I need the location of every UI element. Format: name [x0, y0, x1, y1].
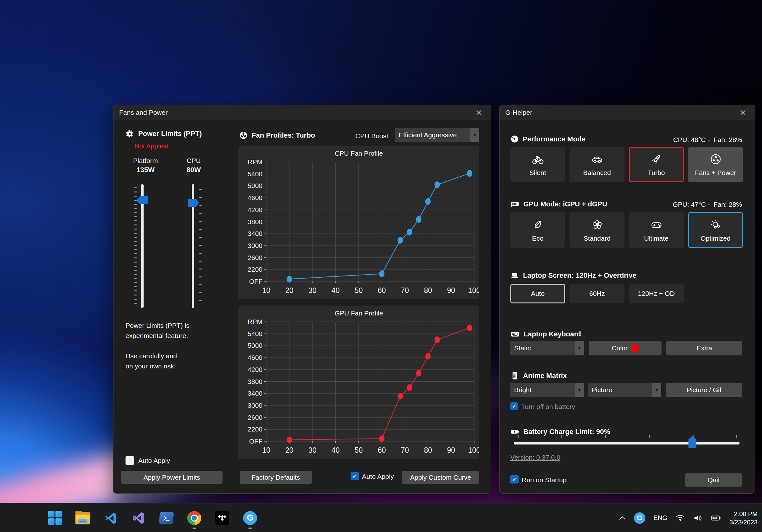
- quit-button[interactable]: Quit: [685, 473, 742, 487]
- battery-slider-ticks: [518, 435, 738, 438]
- flower-icon: [590, 218, 604, 231]
- keyboard-mode-dropdown[interactable]: Static: [510, 341, 584, 355]
- anime-brightness-dropdown[interactable]: Bright: [510, 383, 584, 397]
- svg-text:3400: 3400: [248, 390, 263, 397]
- laptop-keyboard-heading: Laptop Keyboard: [510, 330, 581, 339]
- gpu-fan-chart[interactable]: GPU Fan Profile102030405060708090100OFF2…: [238, 306, 479, 459]
- tray-g-helper-icon[interactable]: G: [634, 512, 646, 524]
- clock[interactable]: 2:00 PM 3/23/2023: [729, 510, 758, 526]
- running-indicator: [193, 528, 196, 529]
- close-icon[interactable]: [738, 108, 748, 117]
- svg-text:OFF: OFF: [249, 437, 263, 445]
- cpu-boost-value: Efficient Aggressive: [395, 131, 470, 139]
- screen-button-auto[interactable]: Auto: [510, 284, 565, 303]
- svg-text:10: 10: [262, 286, 270, 294]
- svg-text:100: 100: [468, 446, 479, 454]
- platform-slider-ticks: [134, 188, 137, 307]
- platform-label: Platform: [125, 157, 166, 165]
- power-limits-heading: Power Limits (PPT): [125, 129, 201, 138]
- bicycle-icon: [531, 153, 545, 166]
- chevron-down-icon[interactable]: [575, 383, 584, 397]
- mode-button-turbo[interactable]: Turbo: [629, 147, 684, 182]
- tray-chevron-up-icon[interactable]: [619, 516, 626, 520]
- svg-text:80: 80: [424, 446, 432, 454]
- language-indicator[interactable]: ENG: [653, 514, 667, 521]
- leaf-icon: [531, 218, 545, 231]
- battery-tray-icon[interactable]: [711, 514, 721, 522]
- svg-text:40: 40: [332, 446, 340, 454]
- curve-auto-apply-checkbox[interactable]: [350, 472, 359, 480]
- vscode-icon[interactable]: [103, 511, 118, 525]
- gauge-icon: [510, 135, 519, 143]
- chevron-down-icon[interactable]: [575, 341, 584, 355]
- battery-slider-track[interactable]: [514, 442, 739, 444]
- svg-text:2600: 2600: [248, 254, 263, 261]
- mode-button-balanced[interactable]: Balanced: [570, 147, 624, 182]
- svg-text:2200: 2200: [248, 266, 263, 273]
- power-auto-apply-label: Auto Apply: [138, 457, 170, 465]
- visual-studio-icon[interactable]: [131, 511, 146, 525]
- anime-mode-dropdown[interactable]: Picture: [588, 383, 661, 397]
- screen-button-60hz[interactable]: 60Hz: [570, 284, 624, 303]
- svg-text:RPM: RPM: [248, 158, 263, 166]
- factory-defaults-button[interactable]: Factory Defaults: [240, 471, 312, 484]
- keyboard-color-button[interactable]: Color: [589, 341, 661, 355]
- svg-text:90: 90: [447, 446, 455, 454]
- file-explorer-icon[interactable]: [75, 511, 90, 525]
- laptop-screen-heading: Laptop Screen: 120Hz + Overdrive: [510, 271, 637, 280]
- mode-button-silent[interactable]: Silent: [510, 147, 565, 182]
- anime-picture-gif-button[interactable]: Picture / Gif: [666, 383, 742, 397]
- cpu-boost-dropdown[interactable]: Efficient Aggressive: [395, 128, 479, 142]
- svg-text:4200: 4200: [248, 366, 263, 373]
- screen-button-120hz-od[interactable]: 120Hz + OD: [629, 284, 684, 303]
- cpu-fan-chart-panel: CPU Fan Profile102030405060708090100OFF2…: [238, 146, 479, 299]
- anime-battery-checkbox[interactable]: [510, 402, 518, 410]
- run-on-startup-label: Run on Startup: [522, 476, 567, 484]
- fans-and-power-window: Fans and Power Power Limits (PPT) Not Ap…: [113, 105, 491, 494]
- fans-window-titlebar[interactable]: Fans and Power: [114, 105, 491, 120]
- svg-text:100: 100: [468, 286, 479, 294]
- apply-custom-curve-button[interactable]: Apply Custom Curve: [402, 471, 479, 484]
- svg-text:5400: 5400: [248, 170, 263, 178]
- svg-text:10: 10: [262, 446, 270, 454]
- svg-text:30: 30: [308, 286, 317, 294]
- speaker-icon[interactable]: [693, 514, 703, 522]
- battery-heading: Battery Charge Limit: 90%: [510, 427, 610, 436]
- anime-brightness-value: Bright: [510, 386, 575, 394]
- mode-button-fans-power[interactable]: Fans + Power: [688, 147, 743, 182]
- mode-button-standard[interactable]: Standard: [570, 212, 624, 248]
- apply-power-limits-button[interactable]: Apply Power Limits: [121, 471, 222, 484]
- mode-button-ultimate[interactable]: Ultimate: [629, 212, 684, 248]
- mode-button-optimized[interactable]: Optimized: [688, 212, 743, 248]
- svg-text:70: 70: [401, 446, 409, 454]
- start-icon[interactable]: [47, 511, 62, 525]
- run-on-startup-checkbox[interactable]: [510, 475, 519, 484]
- svg-text:5400: 5400: [248, 330, 263, 337]
- tidal-icon[interactable]: [215, 511, 229, 525]
- power-auto-apply-checkbox[interactable]: [125, 456, 134, 465]
- svg-text:30: 30: [308, 446, 317, 454]
- mode-button-eco[interactable]: Eco: [510, 212, 565, 248]
- ghelper-titlebar[interactable]: G-Helper: [499, 105, 755, 120]
- chevron-down-icon[interactable]: [652, 383, 661, 397]
- svg-text:3400: 3400: [248, 230, 263, 237]
- platform-slider-thumb[interactable]: [136, 196, 148, 204]
- svg-text:40: 40: [332, 286, 340, 294]
- keyboard-mode-value: Static: [510, 344, 575, 352]
- chevron-down-icon[interactable]: [470, 128, 479, 142]
- svg-text:4200: 4200: [248, 206, 263, 213]
- anime-battery-label: Turn off on battery: [521, 403, 575, 411]
- svg-text:50: 50: [355, 286, 363, 294]
- cpu-fan-chart[interactable]: CPU Fan Profile102030405060708090100OFF2…: [238, 146, 479, 299]
- g-helper-icon[interactable]: G: [243, 511, 258, 525]
- platform-value: 135W: [125, 166, 166, 174]
- close-icon[interactable]: [474, 108, 484, 117]
- chrome-icon[interactable]: [187, 511, 201, 525]
- powershell-icon[interactable]: [159, 511, 174, 525]
- wifi-icon[interactable]: [675, 514, 685, 522]
- keyboard-extra-button[interactable]: Extra: [666, 341, 742, 355]
- svg-text:3000: 3000: [248, 402, 263, 409]
- version-link[interactable]: Version: 0.37.0.0: [510, 454, 561, 461]
- cpu-slider-thumb[interactable]: [188, 199, 199, 207]
- svg-text:RPM: RPM: [248, 318, 263, 325]
